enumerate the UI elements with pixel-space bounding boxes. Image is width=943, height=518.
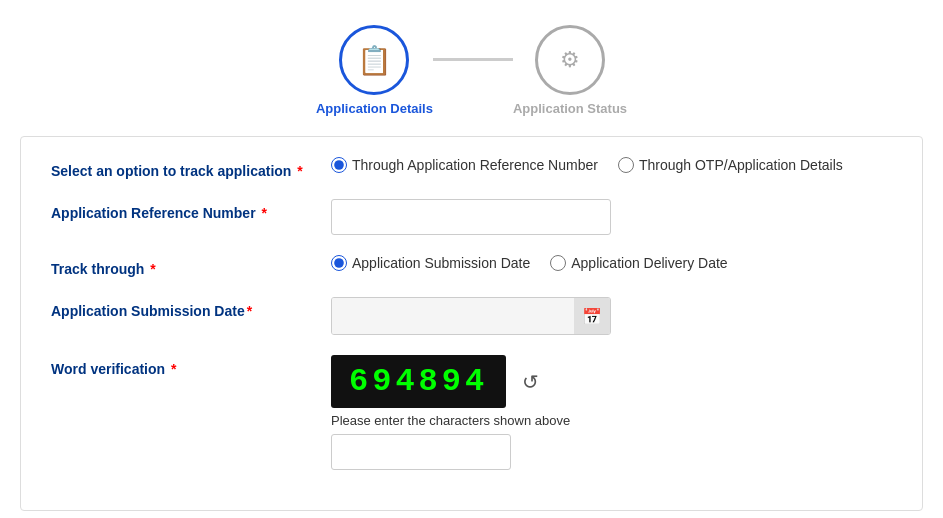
step-1: 📋 Application Details: [316, 25, 433, 116]
submission-date-label: Application Submission Date*: [51, 297, 311, 319]
captcha-text: 694894: [349, 363, 488, 400]
submission-date-input[interactable]: [332, 298, 574, 334]
track-through-radio-group: Application Submission Date Application …: [331, 255, 728, 271]
step2-icon: ⚙: [560, 47, 580, 73]
word-verification-row: Word verification * 694894 ↺ Please ente…: [51, 355, 892, 470]
required-star-5: *: [167, 361, 176, 377]
step-connector: [433, 58, 513, 61]
stepper: 📋 Application Details ⚙ Application Stat…: [20, 10, 923, 136]
radio-submission[interactable]: [331, 255, 347, 271]
form-section: Select an option to track application * …: [20, 136, 923, 511]
track-through-label: Track through *: [51, 255, 311, 277]
calendar-icon: 📅: [582, 307, 602, 326]
calendar-button[interactable]: 📅: [574, 298, 610, 334]
required-star-2: *: [258, 205, 267, 221]
ref-number-control: [331, 199, 892, 235]
track-option-label: Select an option to track application *: [51, 157, 311, 179]
submission-date-row: Application Submission Date* 📅: [51, 297, 892, 335]
track-through-control: Application Submission Date Application …: [331, 255, 892, 271]
step1-label: Application Details: [316, 101, 433, 116]
step2-circle: ⚙: [535, 25, 605, 95]
page-wrapper: 📋 Application Details ⚙ Application Stat…: [0, 0, 943, 518]
captcha-row-inner: 694894 ↺: [331, 355, 570, 408]
radio-delivery-date[interactable]: Application Delivery Date: [550, 255, 727, 271]
step1-icon: 📋: [357, 44, 392, 77]
step-2: ⚙ Application Status: [513, 25, 627, 116]
radio-submission-date[interactable]: Application Submission Date: [331, 255, 530, 271]
captcha-hint: Please enter the characters shown above: [331, 413, 570, 428]
submission-date-control: 📅: [331, 297, 892, 335]
radio-delivery[interactable]: [550, 255, 566, 271]
required-star: *: [293, 163, 302, 179]
required-star-3: *: [146, 261, 155, 277]
ref-number-label: Application Reference Number *: [51, 199, 311, 221]
step2-label: Application Status: [513, 101, 627, 116]
track-through-row: Track through * Application Submission D…: [51, 255, 892, 277]
captcha-refresh-icon[interactable]: ↺: [522, 370, 539, 394]
word-verification-control: 694894 ↺ Please enter the characters sho…: [331, 355, 892, 470]
word-verification-label: Word verification *: [51, 355, 311, 377]
track-radio-group: Through Application Reference Number Thr…: [331, 157, 843, 173]
date-input-wrapper: 📅: [331, 297, 611, 335]
radio-otp[interactable]: [618, 157, 634, 173]
captcha-box: 694894: [331, 355, 506, 408]
radio-option-otp[interactable]: Through OTP/Application Details: [618, 157, 843, 173]
ref-number-input[interactable]: [331, 199, 611, 235]
step1-circle: 📋: [339, 25, 409, 95]
required-star-4: *: [247, 303, 252, 319]
captcha-input[interactable]: [331, 434, 511, 470]
radio-option-ref[interactable]: Through Application Reference Number: [331, 157, 598, 173]
track-option-row: Select an option to track application * …: [51, 157, 892, 179]
radio-ref-number[interactable]: [331, 157, 347, 173]
captcha-area: 694894 ↺ Please enter the characters sho…: [331, 355, 570, 470]
ref-number-row: Application Reference Number *: [51, 199, 892, 235]
track-option-control: Through Application Reference Number Thr…: [331, 157, 892, 173]
